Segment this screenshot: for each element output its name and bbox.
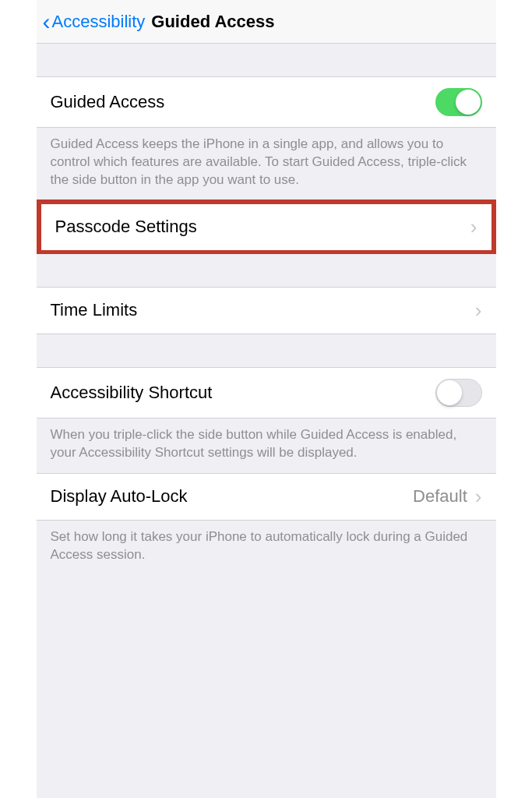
- section-spacer: [37, 254, 496, 287]
- navigation-bar: ‹ Accessibility Guided Access: [37, 0, 496, 44]
- page-title: Guided Access: [151, 12, 274, 32]
- chevron-right-icon: ›: [470, 215, 477, 239]
- display-auto-lock-row[interactable]: Display Auto-Lock Default ›: [37, 473, 496, 521]
- display-auto-lock-value: Default: [413, 486, 467, 507]
- toggle-knob: [437, 380, 462, 405]
- chevron-right-icon: ›: [475, 485, 482, 509]
- back-button[interactable]: ‹ Accessibility: [43, 10, 146, 34]
- passcode-settings-highlight: Passcode Settings ›: [37, 200, 496, 255]
- guided-access-row: Guided Access: [37, 76, 496, 128]
- guided-access-footer: Guided Access keeps the iPhone in a sing…: [37, 128, 496, 200]
- guided-access-toggle[interactable]: [435, 88, 482, 116]
- accessibility-shortcut-row: Accessibility Shortcut: [37, 367, 496, 418]
- display-auto-lock-label: Display Auto-Lock: [51, 486, 188, 507]
- section-spacer: [37, 44, 496, 76]
- display-auto-lock-footer: Set how long it takes your iPhone to aut…: [37, 521, 496, 575]
- chevron-right-icon: ›: [475, 298, 482, 323]
- toggle-knob: [456, 90, 481, 115]
- passcode-settings-label: Passcode Settings: [55, 217, 197, 237]
- time-limits-row[interactable]: Time Limits ›: [37, 287, 496, 334]
- accessibility-shortcut-toggle[interactable]: [435, 379, 482, 407]
- chevron-left-icon: ‹: [43, 10, 51, 34]
- time-limits-label: Time Limits: [51, 300, 138, 320]
- passcode-settings-row[interactable]: Passcode Settings ›: [41, 204, 491, 250]
- accessibility-shortcut-footer: When you triple-click the side button wh…: [37, 418, 496, 473]
- back-label: Accessibility: [52, 12, 146, 32]
- section-spacer: [37, 334, 496, 367]
- guided-access-label: Guided Access: [51, 92, 165, 112]
- row-right-group: Default ›: [413, 485, 481, 509]
- accessibility-shortcut-label: Accessibility Shortcut: [51, 383, 213, 403]
- settings-screen: ‹ Accessibility Guided Access Guided Acc…: [37, 0, 496, 798]
